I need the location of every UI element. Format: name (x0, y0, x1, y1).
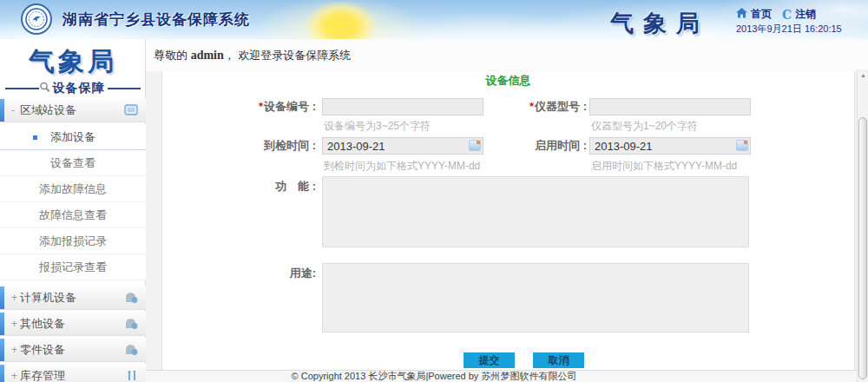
model-input[interactable] (589, 98, 751, 115)
sidebar-item-view-fault[interactable]: 故障信息查看 (0, 202, 146, 228)
sidebar-item-add-fault[interactable]: 添加故障信息 (0, 176, 146, 202)
form-title: 设备信息 (162, 73, 854, 89)
collapse-indicator: - (11, 104, 20, 116)
section-accent-bar (0, 313, 4, 335)
enable-date-label: 启用时间 : (506, 137, 587, 155)
expand-indicator: + (11, 318, 20, 330)
check-date-input[interactable] (322, 137, 483, 155)
comment-icon (124, 318, 138, 333)
sidebar-section-other[interactable]: + 其他设备 (0, 312, 146, 336)
sidebar-section-region-station[interactable]: - 区域站设备 (0, 98, 146, 122)
enable-date-hint: 启用时间如下格式YYYY-MM-dd (591, 159, 737, 174)
footer: © Copyright 2013 长沙市气象局|Powered by 苏州梦图软… (146, 370, 868, 382)
monitor-icon (124, 104, 138, 120)
sidebar-brand-subtitle: 设备保障 (53, 81, 105, 96)
app-window: 湖南省宁乡县设备保障系统 气象局 首页 C 注销 2013年9月21日 16:2… (0, 0, 868, 382)
greeting-suffix: ， 欢迎登录设备保障系统 (224, 49, 352, 62)
datetime-display: 2013年9月21日 16:20:15 (736, 23, 842, 36)
required-mark: * (259, 100, 263, 113)
greeting-username: admin (191, 49, 224, 62)
home-icon (736, 8, 747, 21)
model-label: *仪器型号 : (506, 98, 587, 115)
sidebar-item-add-damage[interactable]: 添加报损记录 (0, 228, 146, 254)
greeting-bar: 尊敬的 admin， 欢迎登录设备保障系统 (146, 39, 868, 71)
model-hint: 仪器型号为1~20个字符 (591, 119, 698, 134)
search-icon (39, 81, 50, 96)
sidebar-brand-subtitle-row: 设备保障 (0, 81, 146, 96)
section-accent-bar (0, 339, 4, 361)
enable-date-input[interactable] (589, 137, 751, 155)
greeting-prefix: 尊敬的 (154, 49, 191, 62)
tools-icon (126, 370, 138, 382)
section-accent-bar (0, 286, 4, 309)
cancel-button[interactable]: 取消 (533, 352, 584, 368)
calendar-icon[interactable] (469, 140, 481, 151)
expand-indicator: + (11, 344, 20, 356)
sidebar: 气象局 设备保障 - 区域站设备 (0, 39, 146, 382)
sidebar-section-parts[interactable]: + 零件设备 (0, 338, 146, 362)
calendar-icon[interactable] (736, 140, 748, 151)
comment-icon (124, 292, 138, 307)
expand-indicator: + (11, 370, 20, 382)
bureau-logo-icon (21, 3, 52, 35)
bureau-name: 气象局 (577, 8, 742, 39)
device-form-panel: 设备信息 *设备编号 : 设备编号为3~25个字符 *仪器型号 : 仪器型号为1… (161, 71, 855, 370)
function-textarea[interactable] (322, 176, 749, 247)
header: 湖南省宁乡县设备保障系统 气象局 首页 C 注销 2013年9月21日 16:2… (0, 0, 868, 39)
check-date-label: 到检时间 : (235, 137, 316, 155)
divider (108, 88, 141, 89)
section-accent-bar (0, 365, 4, 382)
sidebar-item-view-damage[interactable]: 报损记录查看 (0, 254, 146, 280)
selected-bullet (33, 135, 37, 140)
scrollbar-thumb[interactable] (858, 117, 867, 379)
sidebar-item-add-device[interactable]: 添加设备 (0, 124, 146, 150)
check-date-field (322, 137, 483, 155)
sidebar-brand-title: 气象局 (0, 44, 146, 80)
section-accent-bar (0, 99, 4, 122)
vertical-scrollbar[interactable]: ▲ (857, 69, 868, 382)
expand-indicator: + (11, 292, 20, 304)
required-mark: * (529, 100, 534, 113)
usage-label: 用途: (235, 265, 316, 282)
home-link[interactable]: 首页 (751, 7, 772, 22)
page-title: 湖南省宁乡县设备保障系统 (62, 10, 250, 30)
copyright-text: © Copyright 2013 长沙市气象局|Powered by 苏州梦图软… (146, 371, 722, 382)
device-no-label: *设备编号 : (235, 98, 316, 115)
device-no-hint: 设备编号为3~25个字符 (324, 119, 431, 134)
sidebar-menu: - 区域站设备 添加设备 设备查看 添加故障信息 (0, 98, 146, 382)
enable-date-field (589, 137, 751, 155)
check-date-hint: 到检时间为如下格式YYYY-MM-dd (324, 159, 480, 174)
submit-button[interactable]: 提交 (464, 352, 515, 368)
sidebar-section-inventory[interactable]: + 库存管理 (0, 364, 146, 382)
divider (5, 88, 39, 89)
sidebar-submenu: 添加设备 设备查看 添加故障信息 故障信息查看 添加报损记录 报损记录查看 (0, 124, 146, 280)
logout-link[interactable]: 注销 (795, 7, 816, 22)
header-nav: 首页 C 注销 (736, 7, 816, 22)
logout-icon: C (782, 8, 792, 22)
function-label: 功 能 : (235, 178, 316, 195)
usage-textarea[interactable] (322, 263, 749, 333)
sidebar-item-view-device[interactable]: 设备查看 (0, 150, 146, 176)
sidebar-section-computer[interactable]: + 计算机设备 (0, 286, 146, 310)
comment-icon (124, 344, 138, 359)
scroll-up-arrow-icon[interactable]: ▲ (858, 69, 868, 82)
device-no-input[interactable] (322, 98, 483, 115)
